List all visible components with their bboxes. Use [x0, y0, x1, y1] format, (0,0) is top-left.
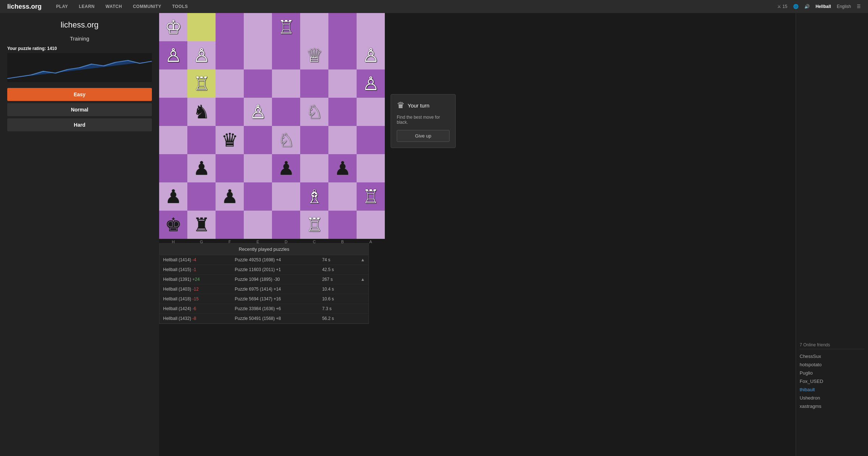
alerts-icon[interactable]: ⚔ 15	[777, 4, 787, 9]
square-d2[interactable]	[272, 182, 300, 211]
hard-button[interactable]: Hard	[7, 118, 152, 131]
square-f6[interactable]	[216, 69, 244, 98]
square-f8[interactable]	[216, 13, 244, 41]
square-d8[interactable]: ♖	[272, 13, 300, 41]
chess-board[interactable]: ♔ ♖ ♙ ♙ ♕ ♙ ♖	[159, 13, 385, 239]
rating-chart	[7, 53, 152, 82]
square-f1[interactable]	[216, 211, 244, 239]
square-f2[interactable]: ♟	[216, 182, 244, 211]
square-a5[interactable]	[357, 98, 385, 126]
piece-white-rook-g6: ♖	[193, 74, 210, 93]
square-c4[interactable]	[300, 126, 328, 154]
normal-button[interactable]: Normal	[7, 103, 152, 116]
square-b1[interactable]	[328, 211, 357, 239]
friend-item[interactable]: thibault	[800, 385, 864, 394]
friend-item[interactable]: ChessSux	[800, 352, 864, 360]
recent-puzzle-row[interactable]: Hellball (1414) -4 Puzzle 49253 (1698) +…	[159, 255, 369, 265]
site-logo[interactable]: lichess.org	[7, 3, 42, 10]
recent-puzzle-row[interactable]: Hellball (1424) -6 Puzzle 33984 (1636) +…	[159, 304, 369, 314]
language[interactable]: English	[837, 4, 851, 9]
square-h3[interactable]	[159, 154, 187, 182]
square-b2[interactable]	[328, 182, 357, 211]
square-e5[interactable]: ♙	[244, 98, 272, 126]
recent-puzzle-row[interactable]: Hellball (1415) -1 Puzzle 11603 (2011) +…	[159, 265, 369, 275]
square-h6[interactable]	[159, 69, 187, 98]
square-g6[interactable]: ♖	[187, 69, 216, 98]
friend-item[interactable]: Fox_USED	[800, 377, 864, 385]
recent-puzzle-row[interactable]: Hellball (1432) -8 Puzzle 50491 (1568) +…	[159, 314, 369, 324]
square-f3[interactable]	[216, 154, 244, 182]
square-c6[interactable]	[300, 69, 328, 98]
username[interactable]: Hellball	[816, 4, 831, 9]
square-g2[interactable]	[187, 182, 216, 211]
nav-watch[interactable]: WATCH	[106, 4, 122, 9]
square-a4[interactable]	[357, 126, 385, 154]
square-g3[interactable]: ♟	[187, 154, 216, 182]
give-up-button[interactable]: Give up	[397, 130, 450, 142]
square-c3[interactable]	[300, 154, 328, 182]
square-e7[interactable]	[244, 41, 272, 69]
square-d5[interactable]	[272, 98, 300, 126]
square-e8[interactable]	[244, 13, 272, 41]
square-g7[interactable]: ♙	[187, 41, 216, 69]
square-h2[interactable]: ♟	[159, 182, 187, 211]
square-h4[interactable]	[159, 126, 187, 154]
square-b8[interactable]	[328, 13, 357, 41]
friend-item[interactable]: Ushedron	[800, 394, 864, 402]
piece-white-pawn-a7: ♙	[362, 46, 379, 65]
square-h7[interactable]: ♙	[159, 41, 187, 69]
square-h8[interactable]: ♔	[159, 13, 187, 41]
square-g1[interactable]: ♜	[187, 211, 216, 239]
square-a8[interactable]	[357, 13, 385, 41]
square-a1[interactable]	[357, 211, 385, 239]
friend-item[interactable]: hotspotato	[800, 360, 864, 369]
square-f4[interactable]: ♛	[216, 126, 244, 154]
sound-icon[interactable]: 🔊	[804, 4, 810, 9]
square-d7[interactable]	[272, 41, 300, 69]
square-g4[interactable]	[187, 126, 216, 154]
square-d3[interactable]: ♟	[272, 154, 300, 182]
square-h1[interactable]: ♚	[159, 211, 187, 239]
square-b4[interactable]	[328, 126, 357, 154]
square-b5[interactable]	[328, 98, 357, 126]
friend-item[interactable]: Puglio	[800, 369, 864, 377]
square-f7[interactable]	[216, 41, 244, 69]
square-a3[interactable]	[357, 154, 385, 182]
nav-community[interactable]: COMMUNITY	[133, 4, 161, 9]
hamburger-icon[interactable]: ☰	[857, 4, 861, 9]
square-b7[interactable]	[328, 41, 357, 69]
nav-tools[interactable]: TOOLS	[172, 4, 188, 9]
square-g8[interactable]	[187, 13, 216, 41]
square-e1[interactable]	[244, 211, 272, 239]
square-b6[interactable]	[328, 69, 357, 98]
square-c5[interactable]: ♘	[300, 98, 328, 126]
nav-play[interactable]: PLAY	[56, 4, 68, 9]
recent-puzzle-row[interactable]: Hellball (1391) +24 Puzzle 1094 (1895) -…	[159, 275, 369, 284]
square-e6[interactable]	[244, 69, 272, 98]
square-d6[interactable]	[272, 69, 300, 98]
square-c2[interactable]: ♗	[300, 182, 328, 211]
square-a7[interactable]: ♙	[357, 41, 385, 69]
square-h5[interactable]	[159, 98, 187, 126]
nav-learn[interactable]: LEARN	[79, 4, 95, 9]
square-b3[interactable]: ♟	[328, 154, 357, 182]
square-e4[interactable]	[244, 126, 272, 154]
board-grid: ♔ ♖ ♙ ♙ ♕ ♙ ♖	[159, 13, 385, 239]
square-d4[interactable]: ♘	[272, 126, 300, 154]
square-e3[interactable]	[244, 154, 272, 182]
square-c7[interactable]: ♕	[300, 41, 328, 69]
recent-puzzle-row[interactable]: Hellball (1418) -15 Puzzle 5694 (1347) +…	[159, 294, 369, 304]
piece-white-bishop: ♗	[306, 187, 323, 206]
friend-item[interactable]: xastragms	[800, 402, 864, 410]
square-e2[interactable]	[244, 182, 272, 211]
recent-puzzle-row[interactable]: Hellball (1403) -12 Puzzle 6975 (1414) +…	[159, 284, 369, 294]
square-c1[interactable]: ♖	[300, 211, 328, 239]
square-f5[interactable]	[216, 98, 244, 126]
globe-icon[interactable]: 🌐	[793, 4, 799, 9]
square-c8[interactable]	[300, 13, 328, 41]
square-g5[interactable]: ♞	[187, 98, 216, 126]
square-d1[interactable]	[272, 211, 300, 239]
square-a2[interactable]: ♖	[357, 182, 385, 211]
square-a6[interactable]: ♙	[357, 69, 385, 98]
easy-button[interactable]: Easy	[7, 88, 152, 101]
